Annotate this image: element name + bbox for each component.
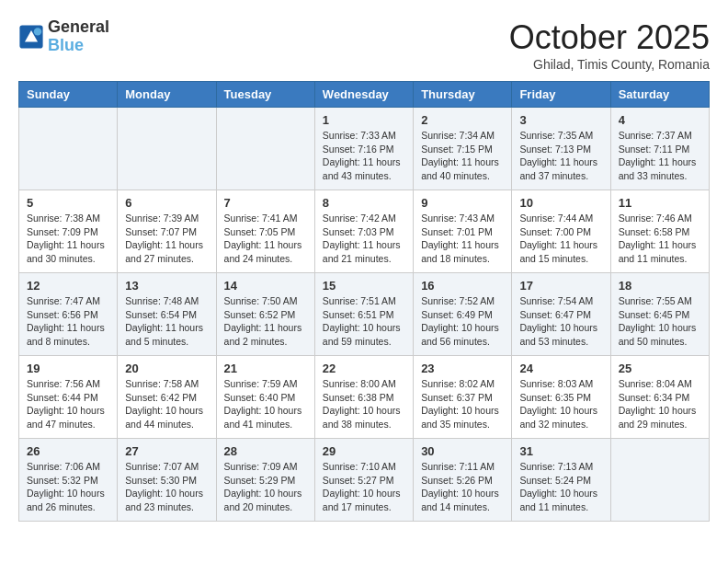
day-info: Sunrise: 7:59 AM Sunset: 6:40 PM Dayligh… <box>224 377 307 431</box>
weekday-header-sunday: Sunday <box>19 82 118 108</box>
month-title: October 2025 <box>509 18 710 57</box>
day-number: 20 <box>125 362 208 375</box>
day-number: 26 <box>27 444 109 458</box>
calendar-cell: 31Sunrise: 7:13 AM Sunset: 5:24 PM Dayli… <box>512 439 610 522</box>
calendar-cell <box>610 439 709 522</box>
day-info: Sunrise: 7:11 AM Sunset: 5:26 PM Dayligh… <box>421 460 504 514</box>
day-info: Sunrise: 7:50 AM Sunset: 6:52 PM Dayligh… <box>224 294 307 349</box>
day-info: Sunrise: 8:02 AM Sunset: 6:37 PM Dayligh… <box>421 377 504 431</box>
day-info: Sunrise: 7:09 AM Sunset: 5:29 PM Dayligh… <box>224 460 307 514</box>
day-info: Sunrise: 7:48 AM Sunset: 6:54 PM Dayligh… <box>125 294 208 349</box>
day-info: Sunrise: 7:52 AM Sunset: 6:49 PM Dayligh… <box>421 294 504 349</box>
day-number: 3 <box>519 113 602 127</box>
logo: General Blue <box>18 18 109 55</box>
calendar-cell: 4Sunrise: 7:37 AM Sunset: 7:11 PM Daylig… <box>610 108 709 190</box>
day-info: Sunrise: 7:34 AM Sunset: 7:15 PM Dayligh… <box>421 129 504 183</box>
calendar-week-row: 12Sunrise: 7:47 AM Sunset: 6:56 PM Dayli… <box>19 273 710 356</box>
day-number: 10 <box>519 196 602 210</box>
day-info: Sunrise: 7:35 AM Sunset: 7:13 PM Dayligh… <box>519 129 602 183</box>
calendar-cell: 29Sunrise: 7:10 AM Sunset: 5:27 PM Dayli… <box>314 439 413 522</box>
calendar-cell: 8Sunrise: 7:42 AM Sunset: 7:03 PM Daylig… <box>314 190 413 273</box>
weekday-header-monday: Monday <box>118 82 216 108</box>
calendar-cell: 6Sunrise: 7:39 AM Sunset: 7:07 PM Daylig… <box>118 190 216 273</box>
day-number: 4 <box>619 113 701 127</box>
calendar-cell: 18Sunrise: 7:55 AM Sunset: 6:45 PM Dayli… <box>610 273 709 356</box>
title-block: October 2025 Ghilad, Timis County, Roman… <box>509 18 710 72</box>
day-info: Sunrise: 7:54 AM Sunset: 6:47 PM Dayligh… <box>519 294 602 349</box>
calendar-cell: 16Sunrise: 7:52 AM Sunset: 6:49 PM Dayli… <box>414 273 512 356</box>
day-number: 13 <box>125 279 208 293</box>
day-number: 17 <box>519 279 602 293</box>
day-info: Sunrise: 7:38 AM Sunset: 7:09 PM Dayligh… <box>27 212 109 266</box>
day-info: Sunrise: 7:42 AM Sunset: 7:03 PM Dayligh… <box>323 212 405 266</box>
calendar-cell <box>216 108 314 190</box>
calendar-cell <box>19 108 118 190</box>
day-info: Sunrise: 7:37 AM Sunset: 7:11 PM Dayligh… <box>619 129 701 183</box>
calendar-cell: 20Sunrise: 7:58 AM Sunset: 6:42 PM Dayli… <box>118 356 216 439</box>
day-number: 19 <box>27 362 109 375</box>
calendar-cell: 26Sunrise: 7:06 AM Sunset: 5:32 PM Dayli… <box>19 439 118 522</box>
calendar-cell: 28Sunrise: 7:09 AM Sunset: 5:29 PM Dayli… <box>216 439 314 522</box>
weekday-header-tuesday: Tuesday <box>216 82 314 108</box>
day-info: Sunrise: 7:58 AM Sunset: 6:42 PM Dayligh… <box>125 377 208 431</box>
day-number: 31 <box>519 444 602 458</box>
day-info: Sunrise: 7:33 AM Sunset: 7:16 PM Dayligh… <box>323 129 405 183</box>
weekday-header-friday: Friday <box>512 82 610 108</box>
weekday-header-thursday: Thursday <box>414 82 512 108</box>
calendar-cell: 21Sunrise: 7:59 AM Sunset: 6:40 PM Dayli… <box>216 356 314 439</box>
calendar-cell: 9Sunrise: 7:43 AM Sunset: 7:01 PM Daylig… <box>414 190 512 273</box>
day-number: 14 <box>224 279 307 293</box>
calendar-week-row: 19Sunrise: 7:56 AM Sunset: 6:44 PM Dayli… <box>19 356 710 439</box>
day-number: 29 <box>323 444 405 458</box>
day-number: 28 <box>224 444 307 458</box>
day-info: Sunrise: 7:55 AM Sunset: 6:45 PM Dayligh… <box>619 294 701 349</box>
day-info: Sunrise: 7:41 AM Sunset: 7:05 PM Dayligh… <box>224 212 307 266</box>
day-info: Sunrise: 7:56 AM Sunset: 6:44 PM Dayligh… <box>27 377 109 431</box>
weekday-header-saturday: Saturday <box>610 82 709 108</box>
day-number: 18 <box>619 279 701 293</box>
day-info: Sunrise: 8:00 AM Sunset: 6:38 PM Dayligh… <box>323 377 405 431</box>
day-info: Sunrise: 7:07 AM Sunset: 5:30 PM Dayligh… <box>125 460 208 514</box>
calendar-cell: 17Sunrise: 7:54 AM Sunset: 6:47 PM Dayli… <box>512 273 610 356</box>
day-info: Sunrise: 8:03 AM Sunset: 6:35 PM Dayligh… <box>519 377 602 431</box>
day-number: 1 <box>323 113 405 127</box>
day-number: 30 <box>421 444 504 458</box>
day-number: 21 <box>224 362 307 375</box>
day-info: Sunrise: 7:46 AM Sunset: 6:58 PM Dayligh… <box>619 212 701 266</box>
location-subtitle: Ghilad, Timis County, Romania <box>509 57 710 72</box>
day-info: Sunrise: 7:13 AM Sunset: 5:24 PM Dayligh… <box>519 460 602 514</box>
day-number: 22 <box>323 362 405 375</box>
logo-icon <box>18 24 44 50</box>
calendar-week-row: 1Sunrise: 7:33 AM Sunset: 7:16 PM Daylig… <box>19 108 710 190</box>
calendar-table: SundayMondayTuesdayWednesdayThursdayFrid… <box>18 81 710 522</box>
day-number: 9 <box>421 196 504 210</box>
day-number: 2 <box>421 113 504 127</box>
day-info: Sunrise: 7:10 AM Sunset: 5:27 PM Dayligh… <box>323 460 405 514</box>
logo-line1: General <box>48 18 109 37</box>
calendar-cell: 22Sunrise: 8:00 AM Sunset: 6:38 PM Dayli… <box>314 356 413 439</box>
calendar-cell: 25Sunrise: 8:04 AM Sunset: 6:34 PM Dayli… <box>610 356 709 439</box>
weekday-header-row: SundayMondayTuesdayWednesdayThursdayFrid… <box>19 82 710 108</box>
day-number: 24 <box>519 362 602 375</box>
calendar-week-row: 26Sunrise: 7:06 AM Sunset: 5:32 PM Dayli… <box>19 439 710 522</box>
calendar-cell: 11Sunrise: 7:46 AM Sunset: 6:58 PM Dayli… <box>610 190 709 273</box>
calendar-week-row: 5Sunrise: 7:38 AM Sunset: 7:09 PM Daylig… <box>19 190 710 273</box>
day-info: Sunrise: 7:51 AM Sunset: 6:51 PM Dayligh… <box>323 294 405 349</box>
weekday-header-wednesday: Wednesday <box>314 82 413 108</box>
logo-line2: Blue <box>48 37 109 55</box>
calendar-cell: 24Sunrise: 8:03 AM Sunset: 6:35 PM Dayli… <box>512 356 610 439</box>
calendar-cell: 1Sunrise: 7:33 AM Sunset: 7:16 PM Daylig… <box>314 108 413 190</box>
calendar-cell: 3Sunrise: 7:35 AM Sunset: 7:13 PM Daylig… <box>512 108 610 190</box>
day-number: 16 <box>421 279 504 293</box>
day-info: Sunrise: 7:43 AM Sunset: 7:01 PM Dayligh… <box>421 212 504 266</box>
day-number: 25 <box>619 362 701 375</box>
day-number: 11 <box>619 196 701 210</box>
calendar-cell: 13Sunrise: 7:48 AM Sunset: 6:54 PM Dayli… <box>118 273 216 356</box>
day-number: 8 <box>323 196 405 210</box>
svg-point-2 <box>34 28 41 35</box>
page-header: General Blue October 2025 Ghilad, Timis … <box>18 18 710 72</box>
day-info: Sunrise: 7:06 AM Sunset: 5:32 PM Dayligh… <box>27 460 109 514</box>
day-number: 12 <box>27 279 109 293</box>
calendar-cell: 7Sunrise: 7:41 AM Sunset: 7:05 PM Daylig… <box>216 190 314 273</box>
day-number: 15 <box>323 279 405 293</box>
